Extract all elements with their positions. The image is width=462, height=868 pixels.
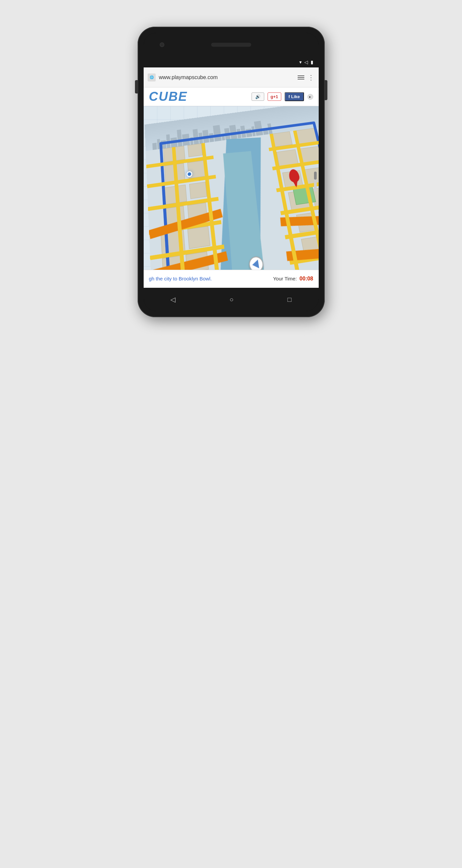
scrollbar-thumb bbox=[314, 172, 317, 180]
status-bar: ▾ ◁ ▮ bbox=[144, 57, 319, 67]
map-area[interactable] bbox=[144, 106, 319, 270]
timer-label: Your Time: bbox=[273, 276, 297, 281]
timer-area: Your Time: 00:08 bbox=[273, 276, 313, 282]
browser-favicon: 🌐 bbox=[148, 73, 156, 82]
home-icon: ○ bbox=[230, 296, 233, 303]
timer-value: 00:08 bbox=[300, 276, 313, 282]
url-bar[interactable]: www.playmapscube.com bbox=[159, 74, 294, 81]
sound-icon: 🔊 bbox=[255, 94, 261, 99]
scroll-indicator: ▸ bbox=[307, 94, 313, 100]
sound-button[interactable]: 🔊 bbox=[252, 92, 264, 101]
browser-tabs-button[interactable] bbox=[298, 75, 304, 80]
phone-nav-bar: ◁ ○ □ bbox=[144, 288, 319, 311]
instruction-text: gh the city to Brooklyn Bowl. bbox=[149, 276, 212, 281]
battery-icon: ▮ bbox=[311, 59, 313, 65]
info-bar: gh the city to Brooklyn Bowl. Your Time:… bbox=[144, 270, 319, 287]
gplus-button[interactable]: g+1 bbox=[267, 92, 281, 101]
phone-top-hardware bbox=[144, 33, 319, 57]
webpage-content: CUBE 🔊 g+1 f Like ▸ bbox=[144, 88, 319, 288]
signal-icon: ◁ bbox=[304, 59, 308, 65]
facebook-like-button[interactable]: f Like bbox=[285, 92, 304, 101]
nav-arrow-icon bbox=[252, 260, 259, 270]
back-icon: ◁ bbox=[170, 296, 175, 303]
back-button[interactable]: ◁ bbox=[170, 296, 175, 304]
home-button[interactable]: ○ bbox=[230, 296, 233, 304]
phone-screen: ▾ ◁ ▮ 🌐 www.playmapscube.com ⋮ CUBE 🔊 bbox=[144, 33, 319, 311]
recents-button[interactable]: □ bbox=[288, 296, 292, 304]
browser-menu-button[interactable]: ⋮ bbox=[308, 73, 315, 82]
map-3d-view bbox=[144, 106, 318, 270]
power-button-right bbox=[325, 80, 327, 100]
volume-button-left bbox=[135, 80, 138, 93]
site-header: CUBE 🔊 g+1 f Like ▸ bbox=[144, 88, 319, 106]
site-logo: CUBE bbox=[149, 90, 188, 104]
speaker-grille bbox=[211, 43, 251, 47]
phone-frame: ▾ ◁ ▮ 🌐 www.playmapscube.com ⋮ CUBE 🔊 bbox=[138, 27, 325, 317]
map-scrollbar[interactable] bbox=[314, 172, 317, 192]
wifi-icon: ▾ bbox=[299, 59, 302, 65]
browser-toolbar: 🌐 www.playmapscube.com ⋮ bbox=[144, 67, 319, 88]
recents-icon: □ bbox=[288, 296, 292, 303]
front-camera bbox=[160, 42, 164, 47]
favicon-icon: 🌐 bbox=[150, 75, 154, 79]
